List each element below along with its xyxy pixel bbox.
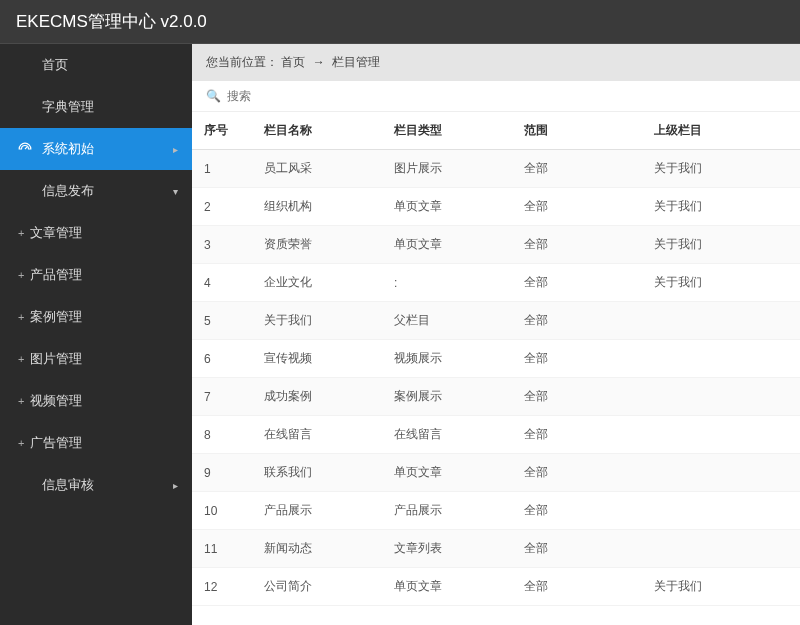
sidebar-item-3[interactable]: 信息发布▾ (0, 170, 192, 212)
sidebar-item-5[interactable]: +产品管理 (0, 254, 192, 296)
table-row[interactable]: 2组织机构单页文章全部关于我们 (192, 188, 800, 226)
plus-icon: + (18, 353, 24, 365)
cell-scope: 全部 (512, 302, 642, 340)
cell-parent (642, 492, 800, 530)
cell-seq: 1 (192, 150, 252, 188)
cell-name: 组织机构 (252, 188, 382, 226)
chevron-down-icon: ▾ (173, 186, 178, 197)
sidebar-item-label: 系统初始 (42, 140, 174, 158)
cell-name: 宣传视频 (252, 340, 382, 378)
table-row[interactable]: 9联系我们单页文章全部 (192, 454, 800, 492)
table-row[interactable]: 12公司简介单页文章全部关于我们 (192, 568, 800, 606)
cell-parent: 关于我们 (642, 568, 800, 606)
sidebar-item-label: 广告管理 (30, 434, 174, 452)
cell-name: 在线留言 (252, 416, 382, 454)
cell-type: 图片展示 (382, 150, 512, 188)
th-name: 栏目名称 (252, 112, 382, 150)
table-row[interactable]: 5关于我们父栏目全部 (192, 302, 800, 340)
search-bar: 🔍 (192, 81, 800, 112)
cell-seq: 12 (192, 568, 252, 606)
sidebar-item-2[interactable]: 系统初始▸ (0, 128, 192, 170)
plus-icon: + (18, 437, 24, 449)
breadcrumb-arrow: → (313, 55, 325, 69)
cell-parent: 关于我们 (642, 150, 800, 188)
th-type: 栏目类型 (382, 112, 512, 150)
cell-name: 企业文化 (252, 264, 382, 302)
breadcrumb-prefix: 您当前位置： (206, 55, 278, 69)
cell-name: 成功案例 (252, 378, 382, 416)
svg-line-0 (25, 147, 27, 149)
cell-type: 案例展示 (382, 378, 512, 416)
table-row[interactable]: 8在线留言在线留言全部 (192, 416, 800, 454)
breadcrumb-current: 栏目管理 (332, 55, 380, 69)
cell-seq: 2 (192, 188, 252, 226)
category-table: 序号 栏目名称 栏目类型 范围 上级栏目 1员工风采图片展示全部关于我们2组织机… (192, 112, 800, 606)
plus-icon: + (18, 269, 24, 281)
sidebar-item-6[interactable]: +案例管理 (0, 296, 192, 338)
cell-name: 关于我们 (252, 302, 382, 340)
cell-scope: 全部 (512, 530, 642, 568)
th-parent: 上级栏目 (642, 112, 800, 150)
cell-parent: 关于我们 (642, 188, 800, 226)
sidebar-item-0[interactable]: 首页 (0, 44, 192, 86)
cell-name: 新闻动态 (252, 530, 382, 568)
cell-seq: 6 (192, 340, 252, 378)
cell-scope: 全部 (512, 340, 642, 378)
breadcrumb: 您当前位置： 首页 → 栏目管理 (192, 44, 800, 81)
cell-parent (642, 378, 800, 416)
table-row[interactable]: 10产品展示产品展示全部 (192, 492, 800, 530)
cell-parent (642, 454, 800, 492)
th-seq: 序号 (192, 112, 252, 150)
sidebar-item-label: 视频管理 (30, 392, 174, 410)
cell-type: 父栏目 (382, 302, 512, 340)
cell-scope: 全部 (512, 568, 642, 606)
cell-type: 单页文章 (382, 454, 512, 492)
cell-parent: 关于我们 (642, 226, 800, 264)
cell-parent (642, 416, 800, 454)
chevron-right-icon: ▸ (173, 480, 178, 491)
cell-name: 员工风采 (252, 150, 382, 188)
cell-type: 视频展示 (382, 340, 512, 378)
cell-name: 资质荣誉 (252, 226, 382, 264)
cell-type: 单页文章 (382, 226, 512, 264)
sidebar-item-10[interactable]: 信息审核▸ (0, 464, 192, 506)
cell-seq: 4 (192, 264, 252, 302)
breadcrumb-home[interactable]: 首页 (281, 55, 305, 69)
sidebar-item-1[interactable]: 字典管理 (0, 86, 192, 128)
th-scope: 范围 (512, 112, 642, 150)
cell-seq: 7 (192, 378, 252, 416)
table-row[interactable]: 11新闻动态文章列表全部 (192, 530, 800, 568)
cell-type: 在线留言 (382, 416, 512, 454)
table-row[interactable]: 1员工风采图片展示全部关于我们 (192, 150, 800, 188)
sidebar-item-label: 产品管理 (30, 266, 174, 284)
cell-parent (642, 530, 800, 568)
cell-scope: 全部 (512, 454, 642, 492)
cell-scope: 全部 (512, 150, 642, 188)
plus-icon: + (18, 227, 24, 239)
search-icon: 🔍 (206, 89, 221, 103)
sidebar-item-label: 文章管理 (30, 224, 174, 242)
cell-seq: 3 (192, 226, 252, 264)
sidebar-item-label: 首页 (42, 56, 174, 74)
cell-scope: 全部 (512, 264, 642, 302)
cell-parent (642, 302, 800, 340)
table-row[interactable]: 3资质荣誉单页文章全部关于我们 (192, 226, 800, 264)
table-row[interactable]: 6宣传视频视频展示全部 (192, 340, 800, 378)
sidebar-item-8[interactable]: +视频管理 (0, 380, 192, 422)
search-input[interactable] (227, 89, 786, 103)
sidebar: 首页字典管理系统初始▸信息发布▾+文章管理+产品管理+案例管理+图片管理+视频管… (0, 44, 192, 625)
cell-seq: 10 (192, 492, 252, 530)
table-row[interactable]: 4企业文化:全部关于我们 (192, 264, 800, 302)
cell-scope: 全部 (512, 492, 642, 530)
cell-seq: 9 (192, 454, 252, 492)
table-header-row: 序号 栏目名称 栏目类型 范围 上级栏目 (192, 112, 800, 150)
table-row[interactable]: 7成功案例案例展示全部 (192, 378, 800, 416)
sidebar-item-7[interactable]: +图片管理 (0, 338, 192, 380)
sidebar-item-9[interactable]: +广告管理 (0, 422, 192, 464)
cell-type: : (382, 264, 512, 302)
sidebar-item-4[interactable]: +文章管理 (0, 212, 192, 254)
cell-name: 公司简介 (252, 568, 382, 606)
cell-seq: 5 (192, 302, 252, 340)
sidebar-item-label: 信息审核 (42, 476, 174, 494)
plus-icon: + (18, 395, 24, 407)
